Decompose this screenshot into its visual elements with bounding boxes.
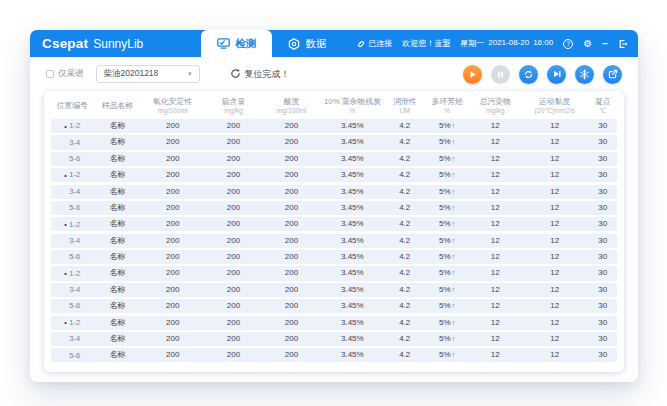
data-gear-icon <box>288 38 300 50</box>
titlebar: Csepat SunnyLib 检测 <box>30 30 638 57</box>
cell-value: 4.2 <box>385 253 425 261</box>
cell-value: 30 <box>589 302 617 310</box>
action-buttons <box>463 65 622 84</box>
cell-sample-name: 名称 <box>93 220 141 228</box>
cell-value: 4.2 <box>385 204 425 212</box>
cell-sample-name: 名称 <box>93 155 141 163</box>
cell-position: •1-2 <box>51 122 93 130</box>
export-button[interactable] <box>603 65 622 84</box>
link-icon <box>355 38 365 50</box>
play-icon <box>468 70 477 79</box>
table-row[interactable]: 3-4名称2002002003.45%4.25%↑121230 <box>51 332 617 346</box>
cell-value: 4.2 <box>385 286 425 294</box>
connection-status: 已连接 <box>355 38 392 50</box>
cell-value: 4.2 <box>385 122 425 130</box>
cell-value: 12 <box>521 253 589 261</box>
over-limit-icon: ↑ <box>452 351 456 358</box>
brand-subname: SunnyLib <box>93 37 143 51</box>
cell-value: 4.2 <box>385 138 425 146</box>
cell-value: 200 <box>204 269 263 277</box>
cell-value: 5%↑ <box>425 220 470 228</box>
table-row[interactable]: •1-2名称2002002003.45%4.25%↑121230 <box>51 168 617 182</box>
cell-position: 3-4 <box>51 188 93 196</box>
table-row[interactable]: 5-6名称2002002003.45%4.25%↑121230 <box>51 299 617 313</box>
column-header: 酸度mg/100ml <box>263 97 320 115</box>
cell-value: 200 <box>142 204 204 212</box>
tab-data[interactable]: 数据 <box>272 30 342 57</box>
date-label: 2021-08-20 <box>488 38 529 49</box>
settings-button[interactable]: ⚙ <box>583 39 592 49</box>
cell-value: 30 <box>589 138 617 146</box>
table-row[interactable]: 5-6名称2002002003.45%4.25%↑121230 <box>51 348 617 362</box>
cell-value: 200 <box>263 269 320 277</box>
desktop-background: Csepat SunnyLib 检测 <box>0 0 667 406</box>
freeze-button[interactable] <box>575 65 594 84</box>
exit-button[interactable] <box>618 39 628 49</box>
table-row[interactable]: 3-4名称2002002003.45%4.25%↑121230 <box>51 234 617 248</box>
cell-value: 12 <box>521 269 589 277</box>
cell-value: 200 <box>142 220 204 228</box>
table-row[interactable]: •1-2名称2002002003.45%4.25%↑121230 <box>51 217 617 231</box>
method-dropdown[interactable]: 柴油20201218 ▾ <box>96 65 200 83</box>
cell-value: 200 <box>204 237 263 245</box>
cell-value: 12 <box>470 237 521 245</box>
cell-value: 200 <box>204 286 263 294</box>
cell-value: 3.45% <box>320 253 385 261</box>
cell-value: 200 <box>204 171 263 179</box>
cell-position: •1-2 <box>51 171 93 179</box>
tab-detection[interactable]: 检测 <box>201 30 272 57</box>
app-logo: Csepat SunnyLib <box>42 36 143 51</box>
pause-button[interactable] <box>491 65 510 84</box>
cell-value: 3.45% <box>320 204 385 212</box>
start-button[interactable] <box>463 65 482 84</box>
cell-value: 200 <box>204 351 263 359</box>
cell-value: 3.45% <box>320 155 385 163</box>
minimize-button[interactable]: − <box>602 39 608 49</box>
cell-value: 4.2 <box>385 302 425 310</box>
cell-value: 200 <box>263 188 320 196</box>
cell-sample-name: 名称 <box>93 319 141 327</box>
tab-detection-label: 检测 <box>235 37 256 51</box>
over-limit-icon: ↑ <box>452 269 456 276</box>
cell-value: 200 <box>204 188 263 196</box>
cell-value: 3.45% <box>320 302 385 310</box>
cell-value: 5%↑ <box>425 302 470 310</box>
cell-value: 4.2 <box>385 319 425 327</box>
table-row[interactable]: 3-4名称2002002003.45%4.25%↑121230 <box>51 185 617 199</box>
table-row[interactable]: 5-6名称2002002003.45%4.25%↑121230 <box>51 250 617 264</box>
cell-value: 30 <box>589 220 617 228</box>
cell-value: 5%↑ <box>425 319 470 327</box>
time-label: 16:00 <box>533 38 553 49</box>
table-row[interactable]: 5-6名称2002002003.45%4.25%↑121230 <box>51 201 617 215</box>
skip-next-button[interactable] <box>547 65 566 84</box>
table-row[interactable]: 3-4名称2002002003.45%4.25%↑121230 <box>51 283 617 297</box>
cell-position: 5-6 <box>51 155 93 163</box>
cell-sample-name: 名称 <box>93 237 141 245</box>
reset-refresh-icon <box>230 68 241 81</box>
table-row[interactable]: 3-4名称2002002003.45%4.25%↑121230 <box>51 135 617 149</box>
cell-value: 30 <box>589 335 617 343</box>
table-row[interactable]: 5-6名称2002002003.45%4.25%↑121230 <box>51 152 617 166</box>
cell-value: 12 <box>470 122 521 130</box>
cell-value: 200 <box>263 155 320 163</box>
over-limit-icon: ↑ <box>452 220 456 227</box>
spectrum-only-label: 仅采谱 <box>58 68 84 80</box>
detection-icon <box>217 38 230 49</box>
help-button[interactable]: ? <box>563 39 573 49</box>
cell-value: 12 <box>521 220 589 228</box>
sync-button[interactable] <box>519 65 538 84</box>
cell-value: 5%↑ <box>425 269 470 277</box>
table-row[interactable]: •1-2名称2002002003.45%4.25%↑121230 <box>51 119 617 133</box>
cell-value: 200 <box>142 269 204 277</box>
cell-value: 12 <box>470 253 521 261</box>
cell-sample-name: 名称 <box>93 171 141 179</box>
table-row[interactable]: •1-2名称2002002003.45%4.25%↑121230 <box>51 266 617 280</box>
cell-sample-name: 名称 <box>93 188 141 196</box>
skip-next-icon <box>552 69 562 79</box>
column-header: 凝点℃ <box>589 97 617 115</box>
table-row[interactable]: •1-2名称2002002003.45%4.25%↑121230 <box>51 316 617 330</box>
cell-value: 200 <box>204 335 263 343</box>
spectrum-only-checkbox[interactable] <box>46 70 54 78</box>
cell-value: 5%↑ <box>425 155 470 163</box>
results-table: 位置编号样品名称氧化安定性mg/100ml硫含量mg/kg酸度mg/100ml1… <box>44 91 624 372</box>
